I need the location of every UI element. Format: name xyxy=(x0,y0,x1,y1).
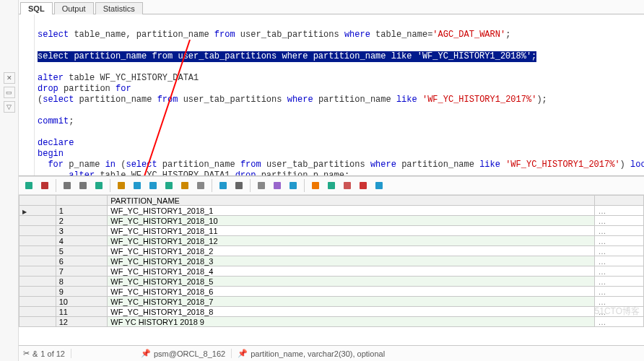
table-icon[interactable] xyxy=(216,178,230,193)
row-number[interactable]: 1 xyxy=(56,206,108,216)
table-row[interactable]: 1WF_YC_HISTORY1_2018_1… xyxy=(19,206,644,216)
cell-ellipsis[interactable]: … xyxy=(595,307,644,317)
table-row[interactable]: 5WF_YC_HISTORY1_2018_2… xyxy=(19,246,644,256)
grid-dots-icon[interactable] xyxy=(270,178,284,193)
cell-partition-name[interactable]: WF_YC_HISTORY1_2018_3 xyxy=(108,256,595,266)
row-marker[interactable] xyxy=(19,226,56,236)
cell-partition-name[interactable]: WF_YC_HISTORY1_2018_12 xyxy=(108,236,595,246)
column-header-partition-name[interactable]: PARTITION_NAME xyxy=(108,196,595,206)
cell-partition-name[interactable]: WF_YC_HISTORY1_2018_11 xyxy=(108,226,595,236)
row-marker[interactable] xyxy=(19,206,56,216)
row-number[interactable]: 3 xyxy=(56,226,108,236)
grid-corner[interactable] xyxy=(19,196,56,206)
table-row[interactable]: 10WF_YC_HISTORY1_2018_7… xyxy=(19,297,644,307)
cell-ellipsis[interactable]: … xyxy=(595,277,644,287)
export-csv-icon[interactable] xyxy=(60,178,74,193)
cell-ellipsis[interactable]: … xyxy=(595,206,644,216)
table-row[interactable]: 6WF_YC_HISTORY1_2018_3… xyxy=(19,256,644,266)
row-marker[interactable] xyxy=(19,256,56,266)
cell-ellipsis[interactable]: … xyxy=(595,287,644,297)
row-marker[interactable] xyxy=(19,297,56,307)
row-marker[interactable] xyxy=(19,236,56,246)
tab-statistics[interactable]: Statistics xyxy=(95,2,143,14)
table-row[interactable]: 2WF_YC_HISTORY1_2018_10… xyxy=(19,216,644,226)
table-row[interactable]: 7WF_YC_HISTORY1_2018_4… xyxy=(19,266,644,277)
gutter-glyph-2[interactable]: ▭ xyxy=(4,87,15,98)
grid-minus-icon[interactable] xyxy=(22,178,36,193)
row-marker[interactable] xyxy=(19,317,56,327)
cell-partition-name[interactable]: WF YC HISTORY1 2018 9 xyxy=(108,317,595,327)
sql-editor[interactable]: select table_name, partition_name from u… xyxy=(35,14,644,175)
scissors-icon[interactable]: ✂ xyxy=(23,349,30,358)
check-icon[interactable] xyxy=(92,178,106,193)
cell-partition-name[interactable]: WF_YC_HISTORY1_2018_1 xyxy=(108,206,595,216)
tri-down-icon[interactable] xyxy=(232,178,246,193)
find-glyph[interactable]: & xyxy=(32,349,38,358)
cell-ellipsis[interactable]: … xyxy=(595,216,644,226)
row-number[interactable]: 9 xyxy=(56,287,108,297)
undo-icon[interactable] xyxy=(130,178,144,193)
filter-funnel-icon[interactable] xyxy=(372,178,386,193)
refresh-icon[interactable] xyxy=(114,178,129,193)
cell-partition-name[interactable]: WF_YC_HISTORY1_2018_10 xyxy=(108,216,595,226)
columns-icon[interactable] xyxy=(340,178,354,193)
cell-ellipsis[interactable]: … xyxy=(595,256,644,266)
cell-partition-name[interactable]: WF_YC_HISTORY1_2018_7 xyxy=(108,297,595,307)
save-floppy-icon[interactable] xyxy=(286,178,300,193)
row-number[interactable]: 7 xyxy=(56,266,108,277)
redo-icon[interactable] xyxy=(146,178,160,193)
table-row[interactable]: 8WF_YC_HISTORY1_2018_5… xyxy=(19,277,644,287)
cell-ellipsis[interactable]: … xyxy=(595,297,644,307)
db-icon[interactable] xyxy=(324,178,339,193)
cell-ellipsis[interactable]: … xyxy=(595,266,644,277)
row-number[interactable]: 6 xyxy=(56,256,108,266)
cell-partition-name[interactable]: WF_YC_HISTORY1_2018_8 xyxy=(108,307,595,317)
cell-ellipsis[interactable]: … xyxy=(595,236,644,246)
table-row[interactable]: 12WF YC HISTORY1 2018 9… xyxy=(19,317,644,327)
row-marker[interactable] xyxy=(19,266,56,277)
results-grid[interactable]: PARTITION_NAME 1WF_YC_HISTORY1_2018_1…2W… xyxy=(19,195,644,327)
row-number[interactable]: 5 xyxy=(56,246,108,256)
cell-partition-name[interactable]: WF_YC_HISTORY1_2018_2 xyxy=(108,246,595,256)
row-number[interactable]: 2 xyxy=(56,216,108,226)
sql-kw: from xyxy=(240,160,261,170)
tab-output[interactable]: Output xyxy=(54,2,94,14)
sql-text: ) xyxy=(620,160,630,170)
chart-icon[interactable] xyxy=(308,178,323,193)
cell-partition-name[interactable]: WF_YC_HISTORY1_2018_4 xyxy=(108,266,595,277)
row-marker[interactable] xyxy=(19,216,56,226)
table-row[interactable]: 3WF_YC_HISTORY1_2018_11… xyxy=(19,226,644,236)
sort-icon[interactable] xyxy=(254,178,269,193)
cell-ellipsis[interactable]: … xyxy=(595,226,644,236)
table-row[interactable]: 11WF_YC_HISTORY1_2018_8… xyxy=(19,307,644,317)
rows-red-icon[interactable] xyxy=(356,178,370,193)
row-number[interactable]: 10 xyxy=(56,297,108,307)
eraser-icon[interactable] xyxy=(193,178,208,193)
table-row[interactable]: 4WF_YC_HISTORY1_2018_12… xyxy=(19,236,644,246)
pin-icon: 📌 xyxy=(141,349,151,358)
gutter-glyph-1[interactable]: ✕ xyxy=(4,72,15,84)
cell-ellipsis[interactable]: … xyxy=(595,317,644,327)
bookmark-icon[interactable] xyxy=(178,178,192,193)
row-marker[interactable] xyxy=(19,277,56,287)
grid-corner-num[interactable] xyxy=(56,196,108,206)
row-number[interactable]: 4 xyxy=(56,236,108,246)
cell-partition-name[interactable]: WF_YC_HISTORY1_2018_6 xyxy=(108,287,595,297)
run-icon[interactable] xyxy=(162,178,176,193)
row-marker[interactable] xyxy=(19,287,56,297)
svg-rect-12 xyxy=(235,182,243,189)
row-number[interactable]: 8 xyxy=(56,277,108,287)
row-marker[interactable] xyxy=(19,246,56,256)
sql-kw: for xyxy=(38,160,64,170)
cell-partition-name[interactable]: WF_YC_HISTORY1_2018_5 xyxy=(108,277,595,287)
table-row[interactable]: 9WF_YC_HISTORY1_2018_6… xyxy=(19,287,644,297)
lock-icon[interactable] xyxy=(38,178,52,193)
tab-sql[interactable]: SQL xyxy=(20,2,53,14)
gutter-glyph-3[interactable]: ▽ xyxy=(4,101,15,113)
row-number[interactable]: 11 xyxy=(56,307,108,317)
cell-ellipsis[interactable]: … xyxy=(595,246,644,256)
row-number[interactable]: 12 xyxy=(56,317,108,327)
row-marker[interactable] xyxy=(19,307,56,317)
column-header-extra[interactable] xyxy=(595,196,644,206)
copy-clip-icon[interactable] xyxy=(76,178,90,193)
